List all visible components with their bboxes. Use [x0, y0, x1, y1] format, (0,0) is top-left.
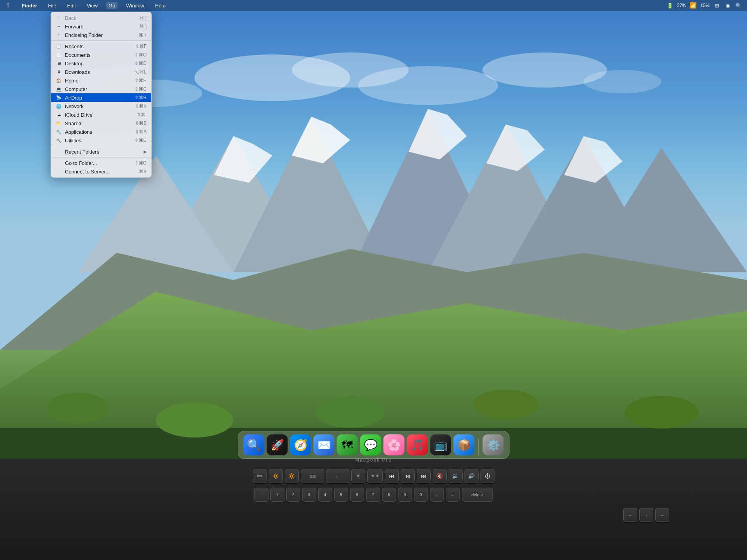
siri-icon[interactable]: ◉	[724, 2, 731, 9]
spotlight-icon[interactable]: 🔍	[735, 2, 742, 9]
finder-icon: 🔍	[247, 438, 261, 452]
key-7[interactable]: 7	[366, 488, 380, 502]
menu-item-forward[interactable]: → Forward ⌘ ]	[51, 22, 151, 31]
settings-icon: ⚙️	[486, 439, 500, 452]
menu-item-home[interactable]: 🏠 Home ⇧⌘H	[51, 76, 151, 85]
key-0[interactable]: 0	[414, 488, 428, 502]
go-menu[interactable]: Go	[106, 2, 117, 9]
utilities-icon: 🔨	[56, 137, 62, 144]
menu-item-recents[interactable]: 🕐 Recents ⇧⌘F	[51, 42, 151, 51]
enclosing-shortcut: ⌘ ↑	[139, 32, 147, 38]
key-mute[interactable]: 🔇	[433, 469, 447, 483]
dock-item-launchpad[interactable]: 🚀	[267, 434, 288, 455]
key-1[interactable]: 1	[270, 488, 284, 502]
dock-item-music[interactable]: 🎵	[407, 434, 428, 455]
menu-item-applications[interactable]: 🔧 Applications ⇧⌘A	[51, 128, 151, 136]
menubar-right: 🔋 37% 📶 15% ⊞ ◉ 🔍	[666, 2, 742, 9]
key-keyboard-bright-down[interactable]: ☀	[351, 469, 365, 483]
downloads-icon: ⬇	[56, 69, 62, 75]
key-backtick[interactable]: `	[254, 488, 268, 502]
key-vol-up[interactable]: 🔊	[465, 469, 479, 483]
go-menu-dropdown: ← Back ⌘ [ → Forward ⌘ ] ↑ Enclosing Fol…	[51, 12, 152, 178]
menu-item-recent-folders[interactable]: Recent Folders ▶	[51, 147, 151, 156]
key-play-pause[interactable]: ⏯	[401, 469, 415, 483]
key-rewind[interactable]: ⏮	[385, 469, 399, 483]
downloads-label: Downloads	[65, 69, 90, 75]
menu-item-downloads[interactable]: ⬇ Downloads ⌥⌘L	[51, 68, 151, 76]
connect-server-icon	[56, 168, 62, 175]
key-6[interactable]: 6	[350, 488, 364, 502]
home-shortcut: ⇧⌘H	[135, 78, 147, 83]
mail-icon: ✉️	[317, 439, 331, 452]
help-menu[interactable]: Help	[153, 2, 168, 9]
key-3[interactable]: 3	[302, 488, 316, 502]
recents-shortcut: ⇧⌘F	[135, 44, 147, 49]
svg-point-25	[473, 390, 539, 419]
menu-item-desktop[interactable]: 🖥 Desktop ⇧⌘D	[51, 59, 151, 68]
key-vol-down[interactable]: 🔉	[449, 469, 463, 483]
dock-item-messages[interactable]: 💬	[360, 434, 381, 455]
window-menu[interactable]: Window	[124, 2, 146, 9]
network-icon: 🌐	[56, 103, 62, 109]
key-9[interactable]: 9	[398, 488, 412, 502]
menu-item-airdrop[interactable]: 📡 AirDrop ⇧⌘R	[51, 93, 151, 102]
key-keyboard-bright-up[interactable]: ☀☀	[367, 469, 383, 483]
dock-item-finder[interactable]: 🔍	[244, 434, 265, 455]
key-delete[interactable]: delete	[462, 488, 493, 502]
menu-item-go-to-folder[interactable]: Go to Folder... ⇧⌘G	[51, 159, 151, 167]
wifi-icon: 📶	[689, 2, 697, 9]
finder-menu[interactable]: Finder	[19, 2, 40, 9]
forward-shortcut: ⌘ ]	[139, 24, 147, 29]
menu-item-connect-server[interactable]: Connect to Server... ⌘K	[51, 167, 151, 176]
key-right[interactable]: →	[655, 508, 669, 522]
go-to-folder-label: Go to Folder...	[65, 160, 97, 166]
menu-item-icloud[interactable]: ☁ iCloud Drive ⇧⌘I	[51, 110, 151, 119]
dock-item-maps[interactable]: 🗺	[337, 434, 358, 455]
dock: 🔍 🚀 🧭 ✉️ 🗺 💬 🌸 🎵 📺 📦 ⚙️	[238, 431, 510, 459]
key-4[interactable]: 4	[318, 488, 332, 502]
file-menu[interactable]: File	[46, 2, 59, 9]
key-left[interactable]: ←	[623, 508, 637, 522]
menu-item-back: ← Back ⌘ [	[51, 14, 151, 22]
menu-item-documents[interactable]: 📄 Documents ⇧⌘O	[51, 51, 151, 59]
key-fast-forward[interactable]: ⏭	[417, 469, 431, 483]
dock-item-tv[interactable]: 📺	[430, 434, 451, 455]
downloads-shortcut: ⌥⌘L	[134, 69, 147, 75]
svg-point-23	[156, 402, 233, 438]
key-brightness-up[interactable]: 🔆	[285, 469, 299, 483]
edit-menu[interactable]: Edit	[65, 2, 78, 9]
key-8[interactable]: 8	[382, 488, 396, 502]
dock-item-appstore[interactable]: 📦	[454, 434, 475, 455]
key-brightness-down[interactable]: 🔅	[269, 469, 283, 483]
key-5[interactable]: 5	[334, 488, 348, 502]
dock-item-safari[interactable]: 🧭	[290, 434, 311, 455]
shared-icon: 📁	[56, 120, 62, 126]
computer-label: Computer	[65, 86, 87, 92]
key-equals[interactable]: =	[446, 488, 460, 502]
menu-item-utilities[interactable]: 🔨 Utilities ⇧⌘U	[51, 136, 151, 145]
menu-item-network[interactable]: 🌐 Network ⇧⌘K	[51, 102, 151, 110]
menu-item-computer[interactable]: 💻 Computer ⇧⌘C	[51, 85, 151, 93]
key-esc[interactable]: esc	[253, 469, 267, 483]
key-launchpad[interactable]: ⋯	[326, 469, 349, 483]
menu-item-enclosing[interactable]: ↑ Enclosing Folder ⌘ ↑	[51, 31, 151, 39]
key-minus[interactable]: -	[430, 488, 444, 502]
documents-shortcut: ⇧⌘O	[135, 52, 147, 58]
dock-item-photos[interactable]: 🌸	[384, 434, 405, 455]
utilities-label: Utilities	[65, 138, 81, 144]
dock-item-mail[interactable]: ✉️	[314, 434, 335, 455]
menubar:  Finder File Edit View Go Window Help 🔋…	[0, 0, 747, 11]
dock-item-settings[interactable]: ⚙️	[483, 434, 504, 455]
icloud-icon: ☁	[56, 112, 62, 118]
battery-icon: 🔋	[666, 2, 674, 9]
wifi-percent: 15%	[700, 3, 710, 8]
control-center-icon[interactable]: ⊞	[713, 2, 721, 9]
view-menu[interactable]: View	[84, 2, 100, 9]
apple-menu[interactable]: 	[5, 1, 12, 10]
key-power[interactable]: ⏻	[480, 469, 494, 483]
documents-label: Documents	[65, 52, 91, 58]
key-2[interactable]: 2	[286, 488, 300, 502]
menu-item-shared[interactable]: 📁 Shared ⇧⌘S	[51, 119, 151, 128]
key-down[interactable]: ↓	[639, 508, 653, 522]
key-mission-control[interactable]: ⊞⊟	[301, 469, 324, 483]
